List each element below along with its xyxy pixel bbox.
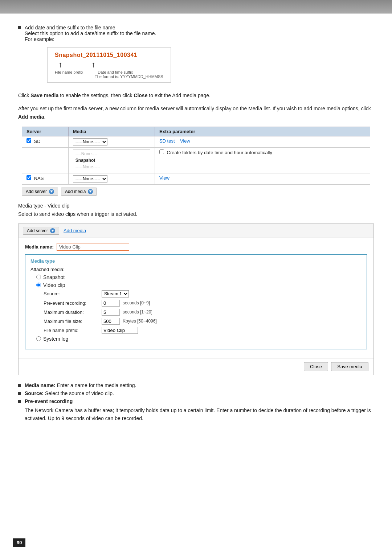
cell-sd-media: -----None----- ----None---- Snapshot bbox=[68, 136, 155, 148]
panel-footer: Close Save media bbox=[19, 358, 373, 375]
example-box: Snapshot_20111015_100341 ↑ ↑ File name p… bbox=[47, 47, 171, 83]
media-name-input[interactable] bbox=[57, 243, 129, 251]
cell-dropdown-list: ----None---- Snapshot -----None----- bbox=[68, 148, 155, 173]
arrow-up-2: ↑ bbox=[91, 60, 95, 69]
video-clip-radio[interactable] bbox=[36, 283, 41, 287]
bold-save-media: Save media bbox=[30, 93, 58, 98]
example-labels: File name prefix Date and time suffix bbox=[55, 70, 163, 74]
table-row-nas: NAS -----None----- Snapshot View bbox=[22, 173, 370, 185]
bullet-source: Source: Select the source of video clip. bbox=[18, 390, 374, 396]
media-type-desc: Select to send video clips when a trigge… bbox=[18, 210, 374, 218]
source-select[interactable]: Stream 1 Stream 2 bbox=[102, 290, 129, 297]
bullet-icon bbox=[18, 26, 21, 29]
add-server-panel-icon bbox=[50, 228, 55, 233]
system-log-label: System log bbox=[43, 336, 68, 342]
bullet-desc: Select this option to add a date/time su… bbox=[25, 30, 156, 36]
max-duration-input[interactable] bbox=[102, 309, 120, 316]
close-button[interactable]: Close bbox=[304, 362, 328, 371]
table-row-sd: SD -----None----- ----None---- Snapshot … bbox=[22, 136, 370, 148]
media-name-row: Media name: bbox=[25, 243, 367, 251]
sd-checkbox[interactable] bbox=[26, 138, 31, 143]
page-number: 90 bbox=[13, 538, 25, 547]
create-folders-checkbox[interactable] bbox=[159, 149, 164, 154]
bullet-title: Add date and time suffix to the file nam… bbox=[25, 25, 115, 30]
video-clip-options: Source: Stream 1 Stream 2 Pre-event reco… bbox=[44, 290, 362, 334]
cell-sd-extra: SD test View bbox=[155, 136, 370, 148]
arrow-up-1: ↑ bbox=[58, 60, 62, 69]
para-add-media-desc: After you set up the first media server,… bbox=[18, 104, 374, 121]
snapshot-label: Snapshot bbox=[43, 274, 65, 280]
media-type-box: Media type Attached media: Snapshot Vide… bbox=[25, 254, 367, 349]
nas-view-link[interactable]: View bbox=[159, 175, 170, 181]
arrows-row: ↑ ↑ bbox=[55, 60, 163, 69]
label-format: The format is: YYYYMMDD_HHMMSS bbox=[95, 74, 163, 79]
sd-view-link[interactable]: View bbox=[180, 138, 190, 144]
media-type-heading-wrapper: Media type - Video clip bbox=[18, 203, 374, 209]
pre-event-input[interactable] bbox=[102, 300, 120, 307]
source-label: Source: bbox=[44, 291, 102, 296]
media-table-wrapper: Server Media Extra parameter SD -----Non… bbox=[18, 127, 374, 196]
col-media: Media bbox=[68, 127, 155, 136]
bullet-media-name: Media name: Enter a name for the media s… bbox=[18, 382, 374, 388]
label-file-prefix: File name prefix bbox=[55, 70, 83, 74]
bold-close: Close bbox=[134, 93, 147, 98]
sd-media-select[interactable]: -----None----- ----None---- Snapshot bbox=[73, 138, 107, 145]
para-save-media: Click Save media to enable the settings,… bbox=[18, 91, 374, 99]
save-media-button[interactable]: Save media bbox=[331, 362, 368, 371]
file-prefix-input[interactable] bbox=[102, 327, 138, 334]
sd-test-link[interactable]: SD test bbox=[159, 138, 175, 144]
media-table: Server Media Extra parameter SD -----Non… bbox=[22, 127, 370, 185]
panel-toolbar: Add server Add media bbox=[19, 224, 373, 238]
video-clip-radio-row: Video clip bbox=[36, 282, 362, 288]
cell-nas-extra: View bbox=[155, 173, 370, 185]
bullet-pre-event: Pre-event recording bbox=[18, 398, 374, 404]
max-file-hint: Kbytes [50~4096] bbox=[123, 319, 157, 324]
system-log-radio[interactable] bbox=[36, 336, 41, 341]
bullet-icon-3 bbox=[18, 400, 21, 403]
pre-event-full-desc: The Network Camera has a buffer area; it… bbox=[25, 406, 374, 423]
cell-nas-server: NAS bbox=[22, 173, 69, 185]
max-duration-hint: seconds [1~20] bbox=[123, 309, 152, 315]
media-type-title: Media type bbox=[30, 258, 362, 264]
table-row-dropdown: ----None---- Snapshot -----None----- Cre… bbox=[22, 148, 370, 173]
nas-checkbox[interactable] bbox=[26, 175, 31, 180]
cell-empty bbox=[22, 148, 69, 173]
snapshot-radio-row: Snapshot bbox=[36, 274, 362, 280]
bullet-date-suffix: Add date and time suffix to the file nam… bbox=[18, 25, 374, 86]
nas-media-select[interactable]: -----None----- Snapshot bbox=[73, 175, 107, 182]
file-prefix-label: File name prefix: bbox=[44, 328, 102, 333]
bottom-bullets: Media name: Enter a name for the media s… bbox=[18, 382, 374, 423]
bold-source: Source: bbox=[25, 390, 44, 396]
table-buttons: Add server Add media bbox=[22, 188, 370, 196]
label-date-suffix: Date and time suffix bbox=[98, 70, 133, 74]
media-type-heading: Media type - Video clip bbox=[18, 203, 69, 209]
pre-event-label: Pre-event recording: bbox=[44, 300, 102, 306]
example-filename: Snapshot_20111015_100341 bbox=[55, 52, 163, 58]
for-example: For example: bbox=[25, 36, 54, 42]
col-server: Server bbox=[22, 127, 69, 136]
media-name-label: Media name: bbox=[25, 244, 54, 250]
max-file-label: Maximum file size: bbox=[44, 319, 102, 324]
max-duration-label: Maximum duration: bbox=[44, 309, 102, 315]
cell-sd-server: SD bbox=[22, 136, 69, 148]
system-log-radio-row: System log bbox=[36, 336, 362, 342]
pre-event-row: Pre-event recording: seconds [0~9] bbox=[44, 300, 362, 307]
add-media-panel: Add server Add media Media name: Media t… bbox=[18, 223, 374, 375]
add-media-tab[interactable]: Add media bbox=[61, 227, 88, 234]
bold-pre-event: Pre-event recording bbox=[25, 398, 73, 404]
video-clip-label: Video clip bbox=[43, 282, 65, 288]
add-media-button-table[interactable]: Add media bbox=[61, 188, 97, 196]
max-duration-row: Maximum duration: seconds [1~20] bbox=[44, 309, 362, 316]
add-server-button-panel[interactable]: Add server bbox=[23, 227, 59, 235]
bold-add-media: Add media bbox=[18, 114, 44, 120]
snapshot-radio[interactable] bbox=[36, 275, 41, 279]
max-file-input[interactable] bbox=[102, 318, 120, 325]
file-prefix-row: File name prefix: bbox=[44, 327, 362, 334]
col-extra: Extra parameter bbox=[155, 127, 370, 136]
add-server-button-table[interactable]: Add server bbox=[22, 188, 58, 196]
source-desc: Select the source of video clip. bbox=[45, 390, 114, 396]
attached-media-label: Attached media: bbox=[30, 267, 362, 272]
bold-media-name: Media name: bbox=[25, 382, 56, 388]
source-row: Source: Stream 1 Stream 2 bbox=[44, 290, 362, 297]
add-server-icon bbox=[49, 189, 54, 194]
